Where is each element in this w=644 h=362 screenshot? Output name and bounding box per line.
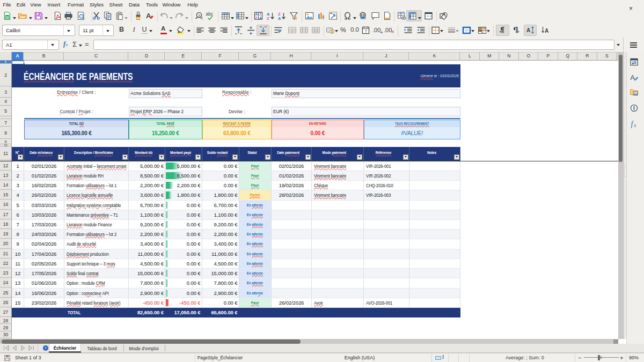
svg-text:A: A <box>630 74 635 82</box>
svg-text:x: x <box>633 122 636 128</box>
svg-text:A: A <box>259 16 262 20</box>
svg-text:■■: ■■ <box>330 12 332 14</box>
svg-text:≠: ≠ <box>482 31 484 34</box>
svg-text:$: $ <box>331 29 333 33</box>
svg-text:A: A <box>526 27 530 33</box>
svg-text:Z: Z <box>255 16 257 20</box>
svg-text:d: d <box>200 16 202 20</box>
svg-text:7: 7 <box>364 29 367 34</box>
svg-text:A: A <box>545 28 548 34</box>
svg-text:A: A <box>278 16 281 21</box>
svg-text:Z: Z <box>267 16 269 21</box>
